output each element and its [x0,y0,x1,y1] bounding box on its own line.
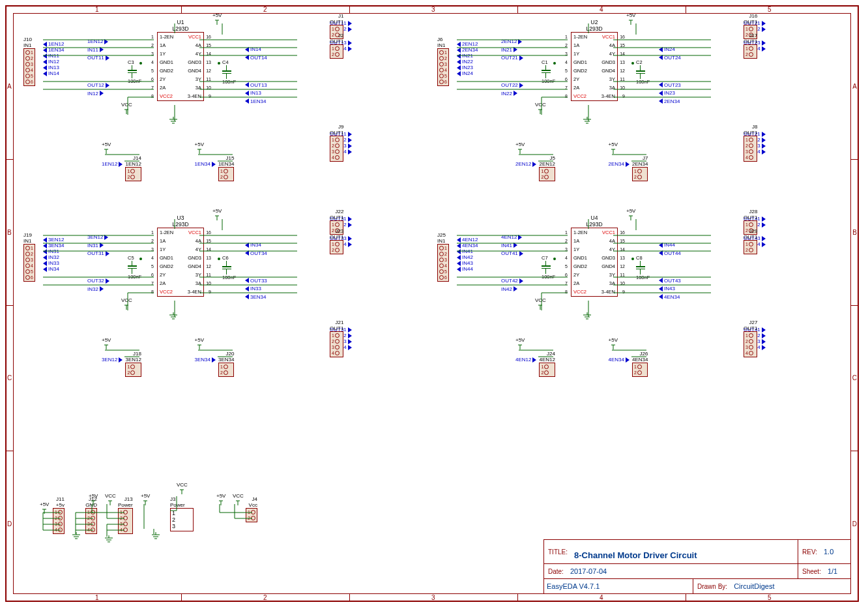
connector-ref: J141EN12 [125,155,141,167]
connector-ref: J1OUT1 [330,13,343,25]
grid-col-bottom: 5 [768,594,772,601]
ic-chip: U1 L293D 1 1-2EN VCC1 16 2 1A 4A 15 3 1Y… [157,19,204,101]
power-symbol: +5V [102,142,111,155]
power-symbol: +5V [212,208,222,222]
connector-ref: J244EN12 [539,351,555,363]
connector-ref: J72EN34 [632,155,648,167]
grid-col-bottom: 1 [95,594,99,601]
grid-col-bottom: 4 [600,594,603,601]
grid-row-left: B [7,229,12,236]
capacitor: C1 100nF [542,59,555,84]
connector-ref: J22OUT1 [330,209,343,220]
power-symbol: VCC [121,102,132,115]
net-label: 2EN34 [457,47,478,53]
sheet-value: 1/1 [825,567,840,575]
drawn-value: CircuitDigest [731,582,777,590]
connector: J25IN1 123456 [437,232,449,282]
net-label: IN31 [87,243,109,248]
net-label: IN24 [659,46,681,52]
connector: J183EN12 12 [125,351,141,377]
net-label: 4EN12 [515,357,536,363]
ground-symbol [71,532,81,540]
net-label: IN44 [659,242,681,248]
output-pair: OUT11OUT12 J1OUT1 12 [330,20,352,32]
driver-block: J25IN1 123456 4EN124EN34IN41IN42IN43IN44… [437,216,835,411]
power-symbol: +5V [609,142,618,155]
net-label: 2EN34 [659,98,681,104]
connector-ref: J4Vcc [246,496,257,508]
power-jack: +5V VCC J3Power 123 [170,496,194,531]
connector-ref: J16OUT1 [744,13,757,25]
power-symbol: +5V [89,493,98,507]
net-label: IN32 [43,254,64,260]
connector-ref: J11+5v [53,496,65,508]
net-label: OUT42 [501,278,523,284]
grid-col-top: 5 [768,6,772,13]
net-label: IN43 [457,260,478,266]
net-label: OUT11 [87,55,109,61]
output-all: OUT41OUT42OUT43OUT44 J27OUT1 1234 [744,327,766,350]
power-symbol: VCC [535,102,546,115]
enable-jumper: +5V J183EN12 12 3EN12 [102,337,180,351]
enable-jumper: +5V J52EN12 12 2EN12 [515,142,594,155]
power-symbol: VCC [105,493,116,507]
enable-jumper: +5V J264EN34 12 4EN34 [609,337,687,351]
net-label: IN11 [87,47,109,53]
connector-ref: J17OUT1 [744,33,757,44]
connector: J27OUT1 1234 [744,320,757,357]
output-pair: OUT41OUT42 J28OUT1 12 [744,216,766,228]
net-label: 4EN34 [457,243,478,248]
net-label: IN23 [659,90,681,96]
net-label: 1EN12 [87,38,109,44]
power-symbol: +5V [40,501,49,515]
net-label: 3EN34 [43,243,64,248]
connector-ref: J6IN1 [437,37,449,48]
net-label: 2EN12 [515,161,536,167]
net-label: 1EN34 [245,98,267,104]
enable-jumper: +5V J72EN34 12 2EN34 [609,142,687,155]
net-label: IN14 [43,70,64,76]
driver-block: J10IN1 123456 1EN121EN34IN11IN12IN13IN14… [23,20,421,216]
net-label: IN33 [43,260,64,266]
connector-ref: J25IN1 [437,232,449,244]
net-label: OUT33 [245,278,267,284]
grid-row-right: A [852,83,857,90]
svg-point-93 [218,258,220,260]
grid-col-top: 4 [600,6,603,13]
title-label: TITLE: [544,548,571,556]
power-symbol: +5V [216,493,225,507]
rev-label: REV: [798,548,821,556]
net-label: 2EN34 [609,161,629,167]
net-label: IN24 [457,70,478,76]
connector-ref: J13Power [118,496,133,508]
net-label: 4EN34 [609,357,629,363]
net-label: OUT22 [501,82,523,88]
connector: J264EN34 12 [632,351,648,377]
capacitor: C3 100nF [128,59,141,84]
net-label: IN12 [43,59,64,65]
connector-ref: J2OUT1 [330,33,343,44]
connector-ref: J264EN34 [632,351,648,363]
connector: J13Power 1234 [118,496,133,534]
connector: J17OUT1 12 [744,33,757,59]
capacitor: C6 100nF [222,255,236,280]
power-symbol: VCC [233,493,244,507]
grid-row-right: C [852,374,857,381]
svg-point-59 [631,62,634,65]
connector-ref: J183EN12 [125,351,141,363]
net-label: IN11 [43,53,64,59]
chip-ref: U4 [571,215,618,221]
ic-chip: U3 L293D 1 1-2EN VCC1 16 2 1A 4A 15 3 1Y… [157,215,204,297]
chip-part: L293D [571,221,618,228]
net-label: OUT41 [501,250,523,256]
grid-col-bottom: 3 [431,594,435,601]
ground-symbol [582,312,592,320]
net-label: OUT21 [501,55,523,61]
output-pair: OUT23OUT24 J17OUT1 12 [744,40,766,52]
connector-ref: J29OUT1 [744,228,757,240]
net-label: IN34 [43,266,64,272]
chip-ref: U1 [157,19,204,25]
power-symbol: +5V [195,337,204,351]
power-symbol: +5V [626,208,635,222]
connector: J52EN12 12 [539,155,555,181]
